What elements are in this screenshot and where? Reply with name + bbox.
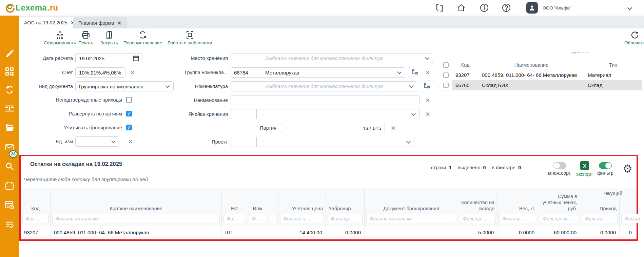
grid-col-header[interactable]: Краткое наименование xyxy=(51,189,222,226)
close-button[interactable]: Закрыть xyxy=(100,30,118,45)
group-tree-button[interactable] xyxy=(409,67,421,78)
reissue-button[interactable]: Перевыставление xyxy=(123,30,162,45)
tab-aoc[interactable]: АОС на 19.02.2025 ✕ xyxy=(19,17,80,28)
help-icon[interactable] xyxy=(502,3,511,12)
qr-code-icon[interactable] xyxy=(5,67,14,76)
batch-input[interactable] xyxy=(280,123,385,133)
project-select[interactable] xyxy=(231,137,414,147)
cell-clear-icon[interactable]: ✕ xyxy=(425,110,430,118)
nomenclature-tree-button[interactable] xyxy=(421,81,433,92)
grid-col-header[interactable] xyxy=(268,189,278,226)
print-button[interactable]: Печать xyxy=(78,30,93,45)
account-clear-icon[interactable]: ✕ xyxy=(130,69,135,77)
date-label: Дата расчета xyxy=(25,56,73,61)
name-input[interactable] xyxy=(231,95,419,105)
grid-settings-gear-icon[interactable]: ⚙ xyxy=(623,162,632,175)
name-clear-icon[interactable]: ✕ xyxy=(425,97,430,104)
sync-icon[interactable] xyxy=(5,85,14,94)
grid-col-header[interactable]: ЕИ xyxy=(222,189,247,226)
calendar-icon[interactable] xyxy=(5,181,14,190)
home-icon[interactable] xyxy=(457,3,466,12)
filter-control[interactable]: фильтр xyxy=(597,162,613,176)
generate-button[interactable]: Сформировать xyxy=(44,30,76,45)
tab-main-form-close-icon[interactable]: ✕ xyxy=(117,20,121,26)
account-chevron-down-icon[interactable] xyxy=(628,5,631,11)
col-filter-input[interactable] xyxy=(540,214,578,223)
multisort-toggle[interactable] xyxy=(553,162,566,169)
console-icon[interactable] xyxy=(435,3,444,12)
col-filter-input[interactable] xyxy=(499,214,536,223)
row-checkbox[interactable] xyxy=(440,70,452,80)
print-label: Печать xyxy=(78,40,93,45)
grid-col-header[interactable]: Влж xyxy=(247,189,268,226)
date-input[interactable] xyxy=(75,53,142,63)
calendar-field-icon[interactable] xyxy=(133,55,139,61)
grid-col-header[interactable]: Вес, кг. xyxy=(497,189,538,226)
refresh-button[interactable]: Обновить xyxy=(624,30,644,45)
table-row[interactable]: 66765 Склад БИХ Склад xyxy=(440,80,642,90)
select-all-checkbox[interactable] xyxy=(440,60,452,70)
grid-col-header[interactable]: Количество на складе xyxy=(458,189,497,226)
checklist-icon[interactable] xyxy=(5,220,14,229)
templates-button[interactable]: Работа с шаблонами xyxy=(168,30,212,45)
open-folder-icon[interactable] xyxy=(5,123,14,132)
grid-col-header[interactable]: Сумма в учетных ценах, руб. xyxy=(538,189,580,226)
grid-col-header[interactable]: Забронир... xyxy=(326,189,365,226)
clipped-delete-label[interactable]: Удалить xyxy=(571,52,589,57)
export-control[interactable]: X экспорт xyxy=(576,161,593,177)
cell-reserved: 0.0000 xyxy=(326,226,365,239)
tab-main-form[interactable]: Главная форма ✕ xyxy=(73,17,126,28)
unconfirmed-checkbox[interactable] xyxy=(126,97,132,103)
edit-pencil-icon[interactable] xyxy=(5,49,14,58)
col-filter-input[interactable] xyxy=(582,214,618,223)
col-filter-input[interactable] xyxy=(621,214,644,223)
unit-clear-icon[interactable]: ✕ xyxy=(128,138,133,146)
grid-col-header[interactable]: Код xyxy=(21,189,51,226)
col-filter-input[interactable] xyxy=(460,214,495,223)
grid-col-header[interactable]: Приход xyxy=(580,198,620,226)
report-clock-icon[interactable] xyxy=(5,200,14,209)
excel-export-icon[interactable]: X xyxy=(580,161,589,170)
table-row[interactable]: 93207 000.4859. 011.000- 64- 66 Металлор… xyxy=(440,70,642,80)
row-type: Склад xyxy=(584,80,642,90)
col-code-header[interactable]: Код xyxy=(452,60,479,70)
grid-col-header[interactable]: Расх xyxy=(620,198,644,226)
grid-col-header[interactable]: Документ бронирования xyxy=(365,189,458,226)
account-label: Счет xyxy=(25,70,73,75)
expand-batches-checkbox[interactable]: ✓ xyxy=(126,111,132,116)
search-icon[interactable] xyxy=(5,162,14,171)
nomenclature-select[interactable]: Выбрать значение для множественного филь… xyxy=(231,81,417,91)
group-drop-zone[interactable]: Перетащите сюда колонку для группировки … xyxy=(23,176,148,182)
lexema-logo[interactable]: Lexema.ru xyxy=(5,3,58,13)
col-filter-input[interactable] xyxy=(249,214,266,223)
group-select[interactable]: 68784 Металлорукав xyxy=(231,67,405,78)
grid-col-header[interactable]: Учетная цена xyxy=(278,189,326,226)
tab-aoc-label: АОС на 19.02.2025 xyxy=(24,20,67,25)
col-filter-input[interactable] xyxy=(280,214,324,223)
row-checkbox[interactable] xyxy=(440,80,452,90)
storage-select[interactable]: Выбрать значение для множественного филь… xyxy=(231,53,433,63)
info-icon[interactable] xyxy=(480,3,489,12)
batch-clear-icon[interactable]: ✕ xyxy=(391,124,396,132)
col-filter-input[interactable] xyxy=(366,214,456,223)
col-filter-input[interactable] xyxy=(270,214,276,223)
print-queue-icon[interactable] xyxy=(5,104,14,113)
user-avatar[interactable] xyxy=(526,2,538,14)
col-filter-input[interactable] xyxy=(22,214,48,223)
account-input[interactable] xyxy=(75,67,125,78)
multisort-control[interactable]: множ.сорт. xyxy=(548,162,571,176)
unit-select[interactable] xyxy=(75,136,119,147)
col-name-header[interactable]: Наименование xyxy=(479,60,584,70)
col-filter-input[interactable] xyxy=(52,214,220,223)
reservation-checkbox[interactable]: ✓ xyxy=(126,125,132,130)
stock-grid-row[interactable]: 93207 000.4859. 011.000- 64- 66 Металлор… xyxy=(21,226,637,239)
group-clear-icon[interactable]: ✕ xyxy=(425,69,430,77)
tab-strip: АОС на 19.02.2025 ✕ Главная форма ✕ xyxy=(19,16,644,28)
cell-select[interactable] xyxy=(231,109,419,119)
group-chevron-icon xyxy=(397,70,402,74)
doc-type-select[interactable]: Группировка по умолчанию xyxy=(75,81,174,91)
col-filter-input[interactable] xyxy=(223,214,245,223)
filter-toggle[interactable] xyxy=(599,162,612,169)
col-type-header[interactable]: Тип xyxy=(584,60,642,70)
col-filter-input[interactable] xyxy=(328,214,363,223)
